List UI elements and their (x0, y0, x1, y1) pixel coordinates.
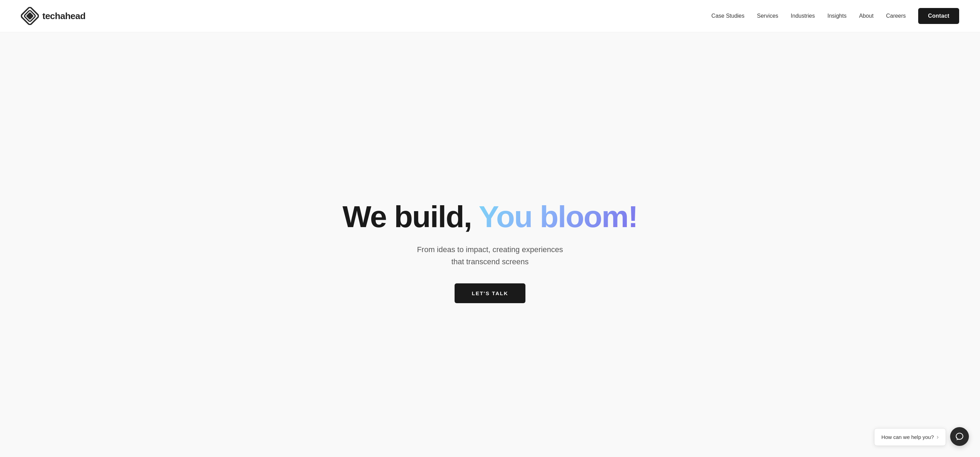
nav-insights[interactable]: Insights (827, 13, 846, 19)
nav-case-studies[interactable]: Case Studies (711, 13, 745, 19)
chat-open-button[interactable] (950, 427, 969, 446)
chat-widget: How can we help you? › (874, 427, 969, 446)
logo-icon (21, 7, 39, 25)
chat-arrow-icon: › (937, 433, 939, 441)
nav-services[interactable]: Services (757, 13, 778, 19)
site-header: techahead Case Studies Services Industri… (0, 0, 980, 32)
hero-subtitle: From ideas to impact, creating experienc… (417, 244, 563, 268)
hero-title-colored: You bloom! (479, 199, 637, 234)
nav-careers[interactable]: Careers (886, 13, 906, 19)
nav-about[interactable]: About (859, 13, 874, 19)
contact-button[interactable]: Contact (918, 8, 959, 24)
hero-title-plain: We build, (342, 199, 479, 234)
hero-section: We build, You bloom! From ideas to impac… (0, 32, 980, 457)
chat-bubble[interactable]: How can we help you? › (874, 428, 946, 446)
hero-title: We build, You bloom! (342, 200, 638, 234)
chat-bubble-text: How can we help you? (881, 434, 934, 440)
lets-talk-button[interactable]: LET'S TALK (455, 283, 526, 303)
logo[interactable]: techahead (21, 7, 86, 25)
chat-icon (955, 432, 964, 441)
logo-wordmark: techahead (42, 11, 86, 22)
main-nav: Case Studies Services Industries Insight… (711, 8, 959, 24)
nav-industries[interactable]: Industries (791, 13, 815, 19)
